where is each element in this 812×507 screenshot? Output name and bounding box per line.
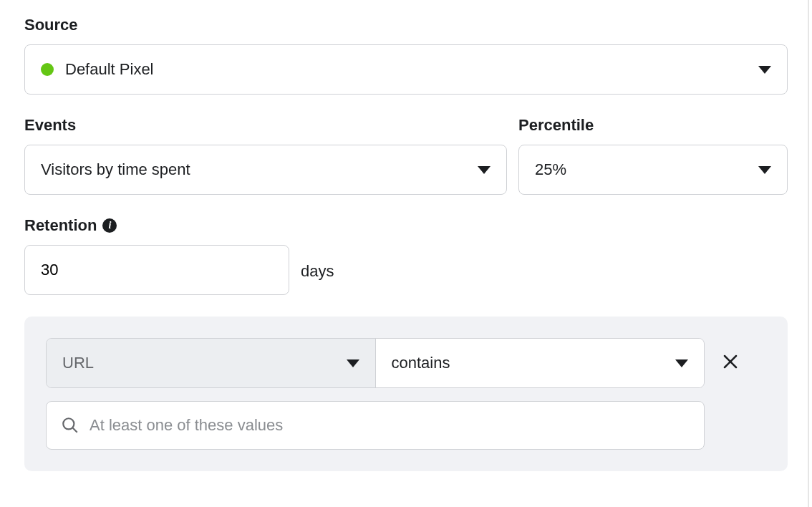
filter-field-value: URL: [62, 354, 94, 372]
filter-operator-select[interactable]: contains: [376, 339, 705, 387]
filter-operator-value: contains: [392, 354, 450, 372]
svg-point-2: [63, 418, 74, 429]
source-label: Source: [24, 16, 788, 34]
close-icon: [722, 353, 739, 370]
retention-input[interactable]: [24, 245, 289, 295]
search-icon: [61, 416, 79, 435]
filter-panel: URL contains: [24, 317, 788, 471]
remove-filter-button[interactable]: [717, 348, 743, 378]
events-label: Events: [24, 116, 507, 135]
percentile-select[interactable]: 25%: [518, 145, 788, 195]
chevron-down-icon: [758, 166, 771, 174]
percentile-label: Percentile: [518, 116, 788, 135]
info-icon[interactable]: i: [102, 218, 117, 233]
chevron-down-icon: [675, 359, 688, 367]
retention-label: Retention i: [24, 216, 289, 235]
filter-value-input[interactable]: [90, 416, 690, 435]
svg-line-3: [73, 428, 77, 433]
retention-label-text: Retention: [24, 216, 97, 235]
filter-field-select[interactable]: URL: [47, 339, 376, 387]
chevron-down-icon: [347, 359, 359, 367]
panel-divider: [808, 0, 809, 507]
filter-value-field[interactable]: [46, 401, 705, 450]
chevron-down-icon: [758, 66, 771, 74]
status-dot-icon: [41, 63, 54, 76]
events-select-value: Visitors by time spent: [41, 160, 190, 179]
source-select[interactable]: Default Pixel: [24, 44, 788, 95]
percentile-select-value: 25%: [535, 160, 566, 179]
events-select[interactable]: Visitors by time spent: [24, 145, 507, 195]
source-select-value: Default Pixel: [65, 60, 154, 79]
chevron-down-icon: [478, 166, 490, 174]
retention-unit: days: [301, 262, 334, 281]
